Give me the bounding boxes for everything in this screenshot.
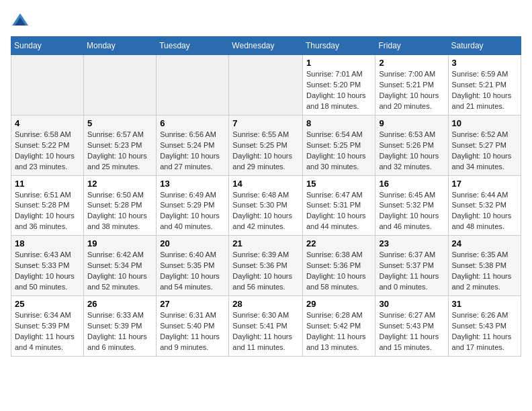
- calendar-week-row: 1Sunrise: 7:01 AMSunset: 5:20 PMDaylight…: [11, 55, 521, 116]
- day-info: Sunrise: 6:31 AMSunset: 5:40 PMDaylight:…: [160, 310, 225, 353]
- day-number: 30: [379, 299, 444, 309]
- day-info: Sunrise: 6:42 AMSunset: 5:34 PMDaylight:…: [87, 250, 152, 293]
- logo: [11, 11, 32, 30]
- calendar-day-cell: 1Sunrise: 7:01 AMSunset: 5:20 PMDaylight…: [302, 55, 375, 116]
- day-number: 24: [452, 238, 517, 248]
- day-number: 14: [232, 179, 299, 189]
- day-info: Sunrise: 6:55 AMSunset: 5:25 PMDaylight:…: [232, 130, 299, 173]
- day-info: Sunrise: 7:00 AMSunset: 5:21 PMDaylight:…: [379, 69, 444, 112]
- day-info: Sunrise: 6:28 AMSunset: 5:42 PMDaylight:…: [306, 310, 372, 353]
- col-header-wednesday: Wednesday: [229, 37, 303, 55]
- calendar-day-cell: 6Sunrise: 6:56 AMSunset: 5:24 PMDaylight…: [157, 115, 229, 175]
- calendar-week-row: 4Sunrise: 6:58 AMSunset: 5:22 PMDaylight…: [11, 115, 521, 175]
- col-header-saturday: Saturday: [448, 37, 521, 55]
- calendar-day-cell: 21Sunrise: 6:39 AMSunset: 5:36 PMDayligh…: [229, 236, 303, 296]
- calendar-day-cell: 10Sunrise: 6:52 AMSunset: 5:27 PMDayligh…: [448, 115, 521, 175]
- calendar-day-cell: 13Sunrise: 6:49 AMSunset: 5:29 PMDayligh…: [157, 175, 229, 236]
- day-info: Sunrise: 6:26 AMSunset: 5:43 PMDaylight:…: [452, 310, 517, 353]
- calendar-day-cell: 29Sunrise: 6:28 AMSunset: 5:42 PMDayligh…: [302, 296, 375, 357]
- day-info: Sunrise: 6:57 AMSunset: 5:23 PMDaylight:…: [87, 130, 152, 173]
- col-header-thursday: Thursday: [302, 37, 375, 55]
- calendar-day-cell: 14Sunrise: 6:48 AMSunset: 5:30 PMDayligh…: [229, 175, 303, 236]
- calendar-table: SundayMondayTuesdayWednesdayThursdayFrid…: [11, 36, 521, 357]
- calendar-day-cell: 31Sunrise: 6:26 AMSunset: 5:43 PMDayligh…: [448, 296, 521, 357]
- day-number: 11: [15, 179, 80, 189]
- day-number: 4: [15, 118, 80, 128]
- calendar-day-cell: [84, 55, 157, 116]
- calendar-day-cell: 25Sunrise: 6:34 AMSunset: 5:39 PMDayligh…: [11, 296, 84, 357]
- day-number: 10: [452, 118, 517, 128]
- day-number: 22: [306, 238, 372, 248]
- day-number: 29: [306, 299, 372, 309]
- calendar-day-cell: 2Sunrise: 7:00 AMSunset: 5:21 PMDaylight…: [375, 55, 448, 116]
- col-header-monday: Monday: [84, 37, 157, 55]
- day-number: 5: [87, 118, 152, 128]
- day-info: Sunrise: 6:53 AMSunset: 5:26 PMDaylight:…: [379, 130, 444, 173]
- day-number: 27: [160, 299, 225, 309]
- day-info: Sunrise: 6:48 AMSunset: 5:30 PMDaylight:…: [232, 190, 299, 233]
- day-number: 19: [87, 238, 152, 248]
- day-number: 8: [306, 118, 372, 128]
- day-number: 9: [379, 118, 444, 128]
- calendar-day-cell: 7Sunrise: 6:55 AMSunset: 5:25 PMDaylight…: [229, 115, 303, 175]
- col-header-tuesday: Tuesday: [157, 37, 229, 55]
- calendar-day-cell: 16Sunrise: 6:45 AMSunset: 5:32 PMDayligh…: [375, 175, 448, 236]
- day-number: 15: [306, 179, 372, 189]
- day-number: 26: [87, 299, 152, 309]
- calendar-header-row: SundayMondayTuesdayWednesdayThursdayFrid…: [11, 37, 521, 55]
- day-info: Sunrise: 6:51 AMSunset: 5:28 PMDaylight:…: [15, 190, 80, 233]
- day-number: 20: [160, 238, 225, 248]
- day-info: Sunrise: 6:56 AMSunset: 5:24 PMDaylight:…: [160, 130, 225, 173]
- day-number: 3: [452, 58, 517, 68]
- day-info: Sunrise: 6:27 AMSunset: 5:43 PMDaylight:…: [379, 310, 444, 353]
- calendar-week-row: 11Sunrise: 6:51 AMSunset: 5:28 PMDayligh…: [11, 175, 521, 236]
- calendar-day-cell: 11Sunrise: 6:51 AMSunset: 5:28 PMDayligh…: [11, 175, 84, 236]
- calendar-day-cell: 15Sunrise: 6:47 AMSunset: 5:31 PMDayligh…: [302, 175, 375, 236]
- calendar-day-cell: 22Sunrise: 6:38 AMSunset: 5:36 PMDayligh…: [302, 236, 375, 296]
- col-header-sunday: Sunday: [11, 37, 84, 55]
- calendar-day-cell: [11, 55, 84, 116]
- day-info: Sunrise: 7:01 AMSunset: 5:20 PMDaylight:…: [306, 69, 372, 112]
- calendar-day-cell: 5Sunrise: 6:57 AMSunset: 5:23 PMDaylight…: [84, 115, 157, 175]
- calendar-day-cell: 3Sunrise: 6:59 AMSunset: 5:21 PMDaylight…: [448, 55, 521, 116]
- day-number: 13: [160, 179, 225, 189]
- day-number: 28: [232, 299, 299, 309]
- calendar-day-cell: 18Sunrise: 6:43 AMSunset: 5:33 PMDayligh…: [11, 236, 84, 296]
- calendar-day-cell: 8Sunrise: 6:54 AMSunset: 5:25 PMDaylight…: [302, 115, 375, 175]
- calendar-day-cell: [157, 55, 229, 116]
- day-number: 31: [452, 299, 517, 309]
- day-number: 1: [306, 58, 372, 68]
- day-info: Sunrise: 6:45 AMSunset: 5:32 PMDaylight:…: [379, 190, 444, 233]
- calendar-day-cell: 30Sunrise: 6:27 AMSunset: 5:43 PMDayligh…: [375, 296, 448, 357]
- day-info: Sunrise: 6:59 AMSunset: 5:21 PMDaylight:…: [452, 69, 517, 112]
- logo-icon: [11, 11, 30, 30]
- day-info: Sunrise: 6:38 AMSunset: 5:36 PMDaylight:…: [306, 250, 372, 293]
- calendar-day-cell: 24Sunrise: 6:35 AMSunset: 5:38 PMDayligh…: [448, 236, 521, 296]
- calendar-day-cell: 26Sunrise: 6:33 AMSunset: 5:39 PMDayligh…: [84, 296, 157, 357]
- day-number: 21: [232, 238, 299, 248]
- day-number: 23: [379, 238, 444, 248]
- day-info: Sunrise: 6:40 AMSunset: 5:35 PMDaylight:…: [160, 250, 225, 293]
- calendar-day-cell: 17Sunrise: 6:44 AMSunset: 5:32 PMDayligh…: [448, 175, 521, 236]
- day-number: 12: [87, 179, 152, 189]
- day-number: 25: [15, 299, 80, 309]
- calendar-day-cell: 19Sunrise: 6:42 AMSunset: 5:34 PMDayligh…: [84, 236, 157, 296]
- calendar-day-cell: 28Sunrise: 6:30 AMSunset: 5:41 PMDayligh…: [229, 296, 303, 357]
- day-info: Sunrise: 6:54 AMSunset: 5:25 PMDaylight:…: [306, 130, 372, 173]
- day-number: 16: [379, 179, 444, 189]
- day-number: 18: [15, 238, 80, 248]
- calendar-day-cell: 27Sunrise: 6:31 AMSunset: 5:40 PMDayligh…: [157, 296, 229, 357]
- day-info: Sunrise: 6:30 AMSunset: 5:41 PMDaylight:…: [232, 310, 299, 353]
- day-number: 17: [452, 179, 517, 189]
- day-info: Sunrise: 6:47 AMSunset: 5:31 PMDaylight:…: [306, 190, 372, 233]
- day-info: Sunrise: 6:35 AMSunset: 5:38 PMDaylight:…: [452, 250, 517, 293]
- day-info: Sunrise: 6:33 AMSunset: 5:39 PMDaylight:…: [87, 310, 152, 353]
- calendar-day-cell: 23Sunrise: 6:37 AMSunset: 5:37 PMDayligh…: [375, 236, 448, 296]
- day-info: Sunrise: 6:49 AMSunset: 5:29 PMDaylight:…: [160, 190, 225, 233]
- day-number: 7: [232, 118, 299, 128]
- page-header: [11, 11, 521, 30]
- calendar-day-cell: 9Sunrise: 6:53 AMSunset: 5:26 PMDaylight…: [375, 115, 448, 175]
- day-info: Sunrise: 6:37 AMSunset: 5:37 PMDaylight:…: [379, 250, 444, 293]
- day-info: Sunrise: 6:43 AMSunset: 5:33 PMDaylight:…: [15, 250, 80, 293]
- day-info: Sunrise: 6:34 AMSunset: 5:39 PMDaylight:…: [15, 310, 80, 353]
